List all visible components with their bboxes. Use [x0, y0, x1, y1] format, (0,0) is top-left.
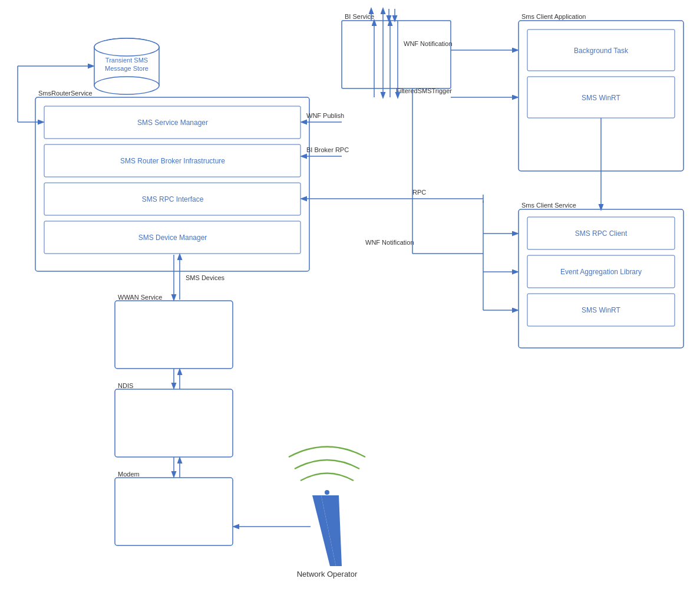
- svg-rect-37: [115, 478, 233, 545]
- svg-text:WNF Publish: WNF Publish: [306, 112, 344, 119]
- svg-text:Transient SMS: Transient SMS: [105, 57, 148, 64]
- svg-text:RPC: RPC: [412, 189, 426, 196]
- svg-text:SMS Router Broker Infrastructu: SMS Router Broker Infrastructure: [120, 157, 225, 165]
- svg-text:Background Task: Background Task: [574, 47, 629, 55]
- svg-text:Sms Client Service: Sms Client Service: [521, 202, 576, 209]
- svg-text:BI Service: BI Service: [345, 13, 374, 20]
- svg-text:SmsRouterService: SmsRouterService: [38, 90, 93, 97]
- svg-rect-16: [342, 21, 451, 88]
- architecture-diagram: Transient SMS Message Store SmsRouterSer…: [0, 0, 700, 595]
- svg-rect-35: [115, 389, 233, 457]
- svg-point-3: [94, 38, 159, 56]
- svg-text:SMS Device Manager: SMS Device Manager: [138, 234, 207, 242]
- svg-text:BI Broker RPC: BI Broker RPC: [306, 146, 349, 153]
- svg-text:SMS RPC Client: SMS RPC Client: [575, 229, 628, 238]
- svg-rect-33: [115, 301, 233, 369]
- svg-text:SMS Service Manager: SMS Service Manager: [137, 119, 208, 127]
- svg-text:Message Store: Message Store: [105, 65, 148, 72]
- svg-text:Modem: Modem: [118, 471, 140, 478]
- svg-text:SMS RPC Interface: SMS RPC Interface: [142, 195, 204, 203]
- svg-text:SMS WinRT: SMS WinRT: [582, 306, 620, 314]
- svg-text:Event Aggregation Library: Event Aggregation Library: [560, 268, 642, 276]
- svg-text:FilteredSMSTrigger: FilteredSMSTrigger: [396, 87, 452, 94]
- svg-text:Network Operator: Network Operator: [297, 570, 358, 578]
- svg-point-41: [325, 490, 329, 495]
- svg-point-2: [94, 77, 159, 94]
- svg-text:WWAN Service: WWAN Service: [118, 294, 162, 301]
- svg-text:WNF Notification: WNF Notification: [365, 239, 414, 246]
- svg-text:WNF Notification: WNF Notification: [404, 40, 453, 47]
- svg-text:NDIS: NDIS: [118, 382, 133, 389]
- diagram-container: Transient SMS Message Store SmsRouterSer…: [0, 0, 700, 595]
- svg-text:Sms Client Application: Sms Client Application: [521, 13, 586, 20]
- svg-text:SMS WinRT: SMS WinRT: [582, 94, 620, 102]
- svg-text:SMS Devices: SMS Devices: [186, 274, 225, 281]
